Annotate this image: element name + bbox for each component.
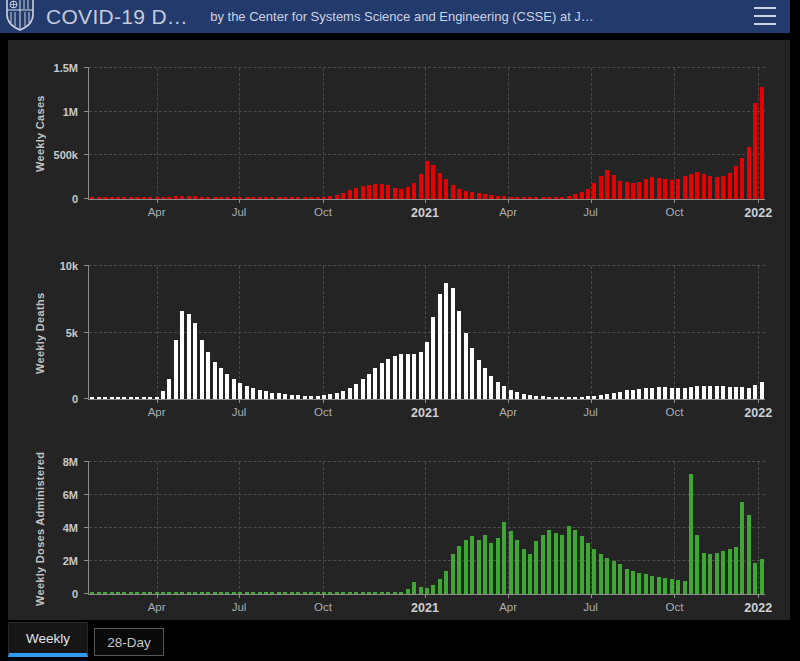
bar[interactable]: [322, 592, 326, 594]
bar[interactable]: [103, 397, 107, 399]
bar[interactable]: [457, 546, 461, 594]
bar[interactable]: [116, 397, 120, 399]
bar[interactable]: [367, 185, 371, 199]
bar[interactable]: [657, 577, 661, 594]
bar[interactable]: [341, 592, 345, 594]
bar[interactable]: [489, 543, 493, 594]
bar[interactable]: [348, 190, 352, 199]
bar[interactable]: [586, 189, 590, 199]
bar[interactable]: [341, 391, 345, 399]
bar[interactable]: [483, 535, 487, 594]
bar[interactable]: [470, 348, 474, 399]
bar[interactable]: [380, 363, 384, 399]
bar[interactable]: [264, 197, 268, 199]
bar[interactable]: [586, 396, 590, 399]
bar[interactable]: [509, 531, 513, 594]
bar[interactable]: [477, 193, 481, 199]
bar[interactable]: [580, 192, 584, 199]
bar[interactable]: [515, 197, 519, 199]
bar[interactable]: [174, 340, 178, 399]
bar[interactable]: [708, 386, 712, 399]
bar[interactable]: [148, 397, 152, 399]
bar[interactable]: [728, 549, 732, 594]
bar[interactable]: [258, 592, 262, 594]
bar[interactable]: [354, 384, 358, 399]
bar[interactable]: [489, 376, 493, 399]
bar[interactable]: [650, 388, 654, 399]
bar[interactable]: [316, 197, 320, 199]
bar[interactable]: [219, 592, 223, 594]
bar[interactable]: [670, 388, 674, 399]
bar[interactable]: [167, 197, 171, 199]
bar[interactable]: [728, 387, 732, 400]
bar[interactable]: [200, 197, 204, 199]
bar[interactable]: [135, 197, 139, 199]
bar[interactable]: [419, 587, 423, 594]
bar[interactable]: [193, 196, 197, 199]
bar[interactable]: [225, 592, 229, 594]
bar[interactable]: [296, 197, 300, 199]
bar[interactable]: [213, 197, 217, 199]
bar[interactable]: [232, 197, 236, 199]
bar[interactable]: [464, 191, 468, 199]
bar[interactable]: [122, 592, 126, 594]
bar[interactable]: [618, 392, 622, 399]
bar[interactable]: [161, 197, 165, 199]
bar[interactable]: [335, 592, 339, 594]
bar[interactable]: [567, 526, 571, 594]
bar[interactable]: [612, 393, 616, 399]
bar[interactable]: [618, 181, 622, 199]
bar[interactable]: [180, 311, 184, 399]
bar[interactable]: [155, 197, 159, 199]
bar[interactable]: [567, 196, 571, 199]
bar[interactable]: [122, 397, 126, 399]
bar[interactable]: [206, 592, 210, 594]
tab-weekly[interactable]: Weekly: [8, 622, 88, 657]
bar[interactable]: [386, 359, 390, 399]
bar[interactable]: [496, 538, 500, 594]
bar[interactable]: [148, 592, 152, 594]
bar[interactable]: [206, 352, 210, 399]
bar[interactable]: [412, 582, 416, 594]
bar[interactable]: [155, 592, 159, 594]
bar[interactable]: [361, 592, 365, 594]
bar[interactable]: [270, 592, 274, 594]
bar[interactable]: [116, 592, 120, 594]
bar[interactable]: [438, 579, 442, 594]
bar[interactable]: [122, 197, 126, 199]
bar[interactable]: [618, 564, 622, 594]
bar[interactable]: [689, 174, 693, 200]
bar[interactable]: [534, 541, 538, 594]
bar[interactable]: [625, 569, 629, 594]
bar[interactable]: [270, 197, 274, 199]
bar[interactable]: [528, 554, 532, 594]
bar[interactable]: [341, 193, 345, 199]
bar[interactable]: [174, 592, 178, 594]
bar[interactable]: [644, 388, 648, 399]
bar[interactable]: [245, 592, 249, 594]
bar[interactable]: [373, 592, 377, 594]
bar[interactable]: [187, 592, 191, 594]
bar[interactable]: [650, 576, 654, 594]
bar[interactable]: [747, 388, 751, 399]
bar[interactable]: [547, 397, 551, 399]
bar[interactable]: [103, 592, 107, 594]
bar[interactable]: [657, 387, 661, 399]
bar[interactable]: [695, 535, 699, 594]
bar[interactable]: [161, 391, 165, 399]
bar[interactable]: [386, 185, 390, 199]
bar[interactable]: [670, 180, 674, 199]
bar[interactable]: [335, 195, 339, 199]
bar[interactable]: [534, 396, 538, 399]
bar[interactable]: [129, 397, 133, 399]
bar[interactable]: [573, 397, 577, 399]
bar[interactable]: [483, 368, 487, 399]
bar[interactable]: [637, 573, 641, 594]
bar[interactable]: [721, 176, 725, 199]
bar[interactable]: [496, 196, 500, 199]
bar[interactable]: [431, 585, 435, 594]
bar[interactable]: [573, 530, 577, 594]
bar[interactable]: [174, 196, 178, 199]
bar[interactable]: [753, 563, 757, 594]
bar[interactable]: [599, 395, 603, 399]
